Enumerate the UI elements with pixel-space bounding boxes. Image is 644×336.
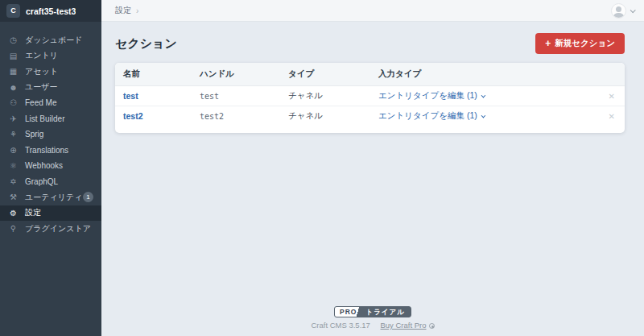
section-handle: test xyxy=(192,86,280,106)
main-content: セクション + 新規セクション 名前 ハンドル タイプ 入力タイプ xyxy=(101,23,644,336)
utilities-badge: 1 xyxy=(83,192,93,202)
sidebar-item-translations[interactable]: ⊕ Translations xyxy=(0,143,101,159)
section-name-link[interactable]: test xyxy=(123,91,138,101)
avatar xyxy=(611,3,626,19)
webhooks-icon: ⚛ xyxy=(8,161,19,170)
entries-icon: ▤ xyxy=(8,52,19,60)
plus-icon: + xyxy=(545,39,551,48)
sidebar-item-list-builder[interactable]: ✈ List Builder xyxy=(0,111,101,127)
section-type: チャネル xyxy=(280,86,370,106)
chevron-down-icon xyxy=(481,93,485,98)
buy-craft-pro-link[interactable]: Buy Craft Pro xyxy=(381,321,427,330)
edition-trial-label: トライアル xyxy=(362,307,411,317)
sidebar: C craft35-test3 ◷ ダッシュボード ▤ エントリ ▦ アセット … xyxy=(0,0,101,336)
list-builder-icon: ✈ xyxy=(8,114,19,123)
footer: PRO トライアル Craft CMS 3.5.17 Buy Craft Pro xyxy=(101,303,644,330)
sidebar-item-label: Sprig xyxy=(25,130,43,139)
gear-icon: ⚙ xyxy=(8,209,19,218)
column-header-name: 名前 xyxy=(115,63,192,86)
graphql-icon: ✡ xyxy=(8,177,19,186)
column-header-actions xyxy=(594,63,625,86)
table-header-row: 名前 ハンドル タイプ 入力タイプ xyxy=(115,63,625,86)
sidebar-item-sprig[interactable]: ⚘ Sprig xyxy=(0,127,101,143)
dashboard-icon: ◷ xyxy=(8,35,19,44)
users-icon: ☻ xyxy=(8,83,19,92)
assets-icon: ▦ xyxy=(8,67,19,76)
section-name-link[interactable]: test2 xyxy=(123,111,143,121)
sidebar-item-label: List Builder xyxy=(25,114,64,123)
sidebar-item-label: Feed Me xyxy=(25,98,56,107)
delete-icon[interactable]: ✕ xyxy=(609,112,615,121)
section-handle: test2 xyxy=(192,106,280,127)
sidebar-item-entries[interactable]: ▤ エントリ xyxy=(0,48,101,64)
column-header-handle: ハンドル xyxy=(192,63,280,86)
sidebar-item-label: プラグインストア xyxy=(25,223,91,234)
sidebar-item-dashboard[interactable]: ◷ ダッシュボード xyxy=(0,32,101,48)
sidebar-nav: ◷ ダッシュボード ▤ エントリ ▦ アセット ☻ ユーザー ⚇ Feed Me… xyxy=(0,32,101,237)
sidebar-item-assets[interactable]: ▦ アセット xyxy=(0,64,101,80)
table-row: test test チャネル エントリタイプを編集 (1) ✕ xyxy=(115,86,625,106)
breadcrumb-separator-icon: › xyxy=(136,6,138,15)
sidebar-item-label: ユーザー xyxy=(25,81,57,93)
cart-icon xyxy=(429,323,435,329)
page-title: セクション xyxy=(115,36,177,52)
sidebar-item-label: 設定 xyxy=(25,207,41,218)
new-section-button-label: 新規セクション xyxy=(555,38,615,49)
sidebar-item-users[interactable]: ☻ ユーザー xyxy=(0,80,101,96)
topbar: 設定 › xyxy=(101,0,644,22)
delete-icon[interactable]: ✕ xyxy=(609,92,615,101)
craft-version: Craft CMS 3.5.17 xyxy=(311,321,369,330)
sidebar-item-settings[interactable]: ⚙ 設定 xyxy=(0,205,101,222)
craft-admin-screen: { "sidebar": { "logo_letter": "C", "site… xyxy=(0,0,644,336)
sections-table-card: 名前 ハンドル タイプ 入力タイプ test test チャネル エントリタイプ… xyxy=(115,63,625,133)
breadcrumb[interactable]: 設定 xyxy=(115,5,131,16)
edit-entry-types-link[interactable]: エントリタイプを編集 (1) xyxy=(378,90,477,100)
sidebar-item-label: Translations xyxy=(25,146,68,155)
edition-badge[interactable]: PRO トライアル xyxy=(334,306,411,317)
sidebar-item-label: ダッシュボード xyxy=(25,35,82,46)
sidebar-item-label: Webhooks xyxy=(25,161,63,170)
sidebar-item-graphql[interactable]: ✡ GraphQL xyxy=(0,174,101,190)
new-section-button[interactable]: + 新規セクション xyxy=(535,33,625,54)
column-header-type: タイプ xyxy=(280,63,370,86)
section-type: チャネル xyxy=(280,106,370,127)
edit-entry-types-link[interactable]: エントリタイプを編集 (1) xyxy=(378,110,477,120)
craft-logo-icon: C xyxy=(6,4,20,18)
sections-table: 名前 ハンドル タイプ 入力タイプ test test チャネル エントリタイプ… xyxy=(115,63,625,126)
account-menu[interactable] xyxy=(611,3,634,19)
feed-me-icon: ⚇ xyxy=(8,98,19,107)
chevron-down-icon xyxy=(630,7,636,13)
utilities-icon: ⚒ xyxy=(8,193,19,201)
site-name: craft35-test3 xyxy=(26,6,76,16)
sidebar-item-label: ユーティリティ xyxy=(25,192,82,203)
plugin-store-icon: ⚲ xyxy=(8,224,19,233)
sidebar-item-feed-me[interactable]: ⚇ Feed Me xyxy=(0,95,101,111)
sidebar-item-plugin-store[interactable]: ⚲ プラグインストア xyxy=(0,221,101,237)
sidebar-item-label: GraphQL xyxy=(25,177,58,186)
sidebar-item-utilities[interactable]: ⚒ ユーティリティ 1 xyxy=(0,189,101,205)
table-row: test2 test2 チャネル エントリタイプを編集 (1) ✕ xyxy=(115,106,625,127)
edition-pro-label: PRO xyxy=(335,307,362,317)
sidebar-item-label: エントリ xyxy=(25,50,58,61)
translations-icon: ⊕ xyxy=(8,146,19,155)
sidebar-header[interactable]: C craft35-test3 xyxy=(0,0,101,22)
sidebar-item-label: アセット xyxy=(25,66,58,77)
sprig-icon: ⚘ xyxy=(8,130,19,139)
sidebar-item-webhooks[interactable]: ⚛ Webhooks xyxy=(0,158,101,174)
chevron-down-icon xyxy=(481,114,485,118)
column-header-input-type: 入力タイプ xyxy=(370,63,594,86)
